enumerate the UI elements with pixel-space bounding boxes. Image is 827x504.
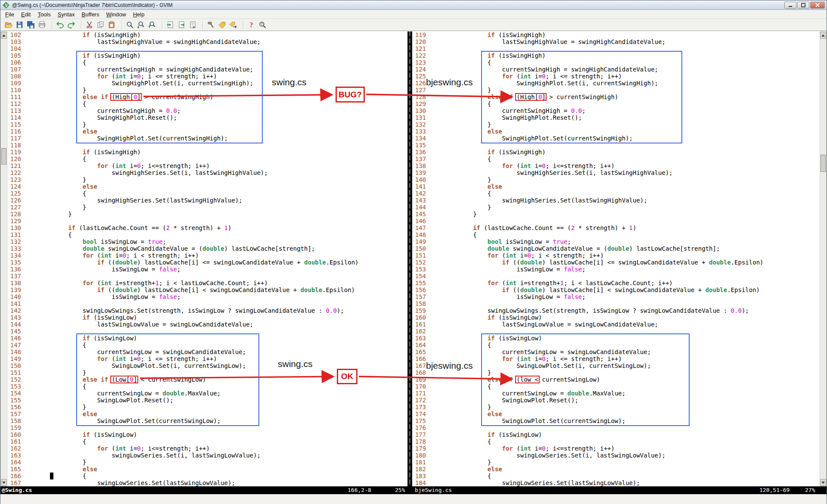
code-line[interactable]: 148 {	[412, 231, 820, 238]
left-scrollbar-thumb[interactable]	[1, 148, 6, 165]
menu-tools[interactable]: Tools	[34, 10, 54, 19]
code-line[interactable]: 163 swingLowSeries.Set(i, lastSwingLowVa…	[7, 452, 407, 459]
code-line[interactable]: 131 {	[7, 231, 407, 238]
code-line[interactable]: 115 }	[7, 121, 407, 128]
code-line[interactable]: 127 }	[7, 204, 407, 211]
code-line[interactable]: 177 if (isSwingLow)	[412, 431, 820, 438]
code-line[interactable]: 167 SwingLowPlot.Set(i, currentSwingLow)…	[412, 362, 820, 369]
code-line[interactable]: 181 }	[412, 459, 820, 466]
code-line[interactable]: 162 for (int i=0; i<=strength; i++)	[7, 445, 407, 452]
code-line[interactable]: 127 }	[412, 87, 820, 93]
code-line[interactable]: 121	[412, 45, 820, 52]
toolbar-save-session-button[interactable]	[176, 20, 187, 30]
code-line[interactable]: 178 {	[412, 438, 820, 445]
code-line[interactable]: 147 {	[7, 342, 407, 348]
code-line[interactable]: 176	[412, 424, 820, 431]
code-line[interactable]: 136 isSwingLow = false;	[7, 266, 407, 273]
code-line[interactable]: 103 lastSwingHighValue = swingHighCandid…	[7, 38, 407, 45]
code-line[interactable]: 109 SwingHighPlot.Set(i, currentSwingHig…	[7, 80, 407, 87]
code-line[interactable]: 175 SwingLowPlot.Set(currentSwingLow);	[412, 417, 820, 424]
menu-edit[interactable]: Edit	[18, 10, 34, 19]
code-line[interactable]: 129 {	[412, 100, 820, 107]
code-line[interactable]: 138 for (int i=strength+1; i < lastLowCa…	[7, 280, 407, 286]
code-line[interactable]: 104	[7, 45, 407, 52]
code-line[interactable]: 149 for (int i=0; i <= strength; i++)	[7, 355, 407, 362]
toolbar-save-button[interactable]	[14, 20, 25, 30]
code-line[interactable]: 137 {	[412, 156, 820, 162]
code-line[interactable]: 121 for (int i=0; i<=strength; i++)	[7, 162, 407, 169]
code-line[interactable]: 140 }	[412, 176, 820, 183]
scroll-down-arrow-icon[interactable]	[1, 479, 7, 486]
code-line[interactable]: 152 if ((double) lastLowCache[i] <= swin…	[412, 259, 820, 266]
toolbar-run-script-button[interactable]	[187, 20, 198, 30]
menu-window[interactable]: Window	[103, 10, 129, 19]
code-line[interactable]: 157 else	[7, 411, 407, 417]
code-line[interactable]: 171 currentSwingLow = double.MaxValue;	[412, 390, 820, 397]
scroll-up-arrow-icon[interactable]	[820, 32, 826, 39]
code-line[interactable]: 166 for (int i=0; i <= strength; i++)	[412, 355, 820, 362]
vertical-split-divider[interactable]	[407, 31, 412, 486]
code-line[interactable]: 149 bool isSwingLow = true;	[412, 238, 820, 245]
code-line[interactable]: 142 {	[412, 190, 820, 197]
code-line[interactable]: 124 else	[7, 183, 407, 190]
menu-syntax[interactable]: Syntax	[54, 10, 78, 19]
toolbar-redo-button[interactable]	[65, 20, 77, 30]
code-line[interactable]: 114 SwingHighPlot.Reset();	[7, 114, 407, 121]
code-line[interactable]: 165 else	[7, 466, 407, 473]
code-line[interactable]: 118	[7, 142, 407, 149]
left-editor-pane[interactable]: 102 if (isSwingHigh)103 lastSwingHighVal…	[7, 31, 407, 486]
toolbar-build-tags-button[interactable]	[216, 20, 227, 30]
code-line[interactable]: 126 SwingHighPlot.Set(i, currentSwingHig…	[412, 80, 820, 87]
code-line[interactable]: 141 else	[412, 183, 820, 190]
code-line[interactable]: 162	[412, 328, 820, 335]
code-line[interactable]: 174 else	[412, 411, 820, 417]
code-line[interactable]: 113 currentSwingHigh = 0.0;	[7, 107, 407, 114]
code-line[interactable]: 155 SwingLowPlot.Reset();	[7, 397, 407, 404]
code-line[interactable]: 139 swingHighSeries.Set(i, lastSwingHigh…	[412, 169, 820, 176]
code-line[interactable]: 152 else if (Low[0] < currentSwingLow)	[7, 376, 407, 383]
code-line[interactable]: 180 swingLowSeries.Set(i, lastSwingLowVa…	[412, 452, 820, 459]
code-line[interactable]: 138 for (int i=0; i<=strength; i++)	[412, 162, 820, 169]
code-line[interactable]: 123 {	[412, 59, 820, 66]
code-line[interactable]: 140 isSwingLow = false;	[7, 293, 407, 300]
code-line[interactable]: 157 isSwingLow = false;	[412, 293, 820, 300]
code-line[interactable]: 163 if (isSwingLow)	[412, 335, 820, 342]
code-line[interactable]: 182 else	[412, 466, 820, 473]
code-line[interactable]: 108 for (int i=0; i <= strength; i++)	[7, 73, 407, 80]
code-line[interactable]: 143 if (isSwingLow)	[7, 314, 407, 321]
code-line[interactable]: 150 double swingLowCandidateValue = (dou…	[412, 245, 820, 252]
code-line[interactable]: 141	[7, 300, 407, 307]
code-line[interactable]: 164 {	[412, 342, 820, 348]
code-line[interactable]: 144 lastSwingLowValue = swingLowCandidat…	[7, 321, 407, 328]
code-line[interactable]: 151 }	[7, 369, 407, 376]
code-line[interactable]: 155 for (int i=strength+1; i < lastLowCa…	[412, 280, 820, 286]
code-line[interactable]: 159	[7, 424, 407, 431]
code-line[interactable]: 161 {	[7, 438, 407, 445]
code-line[interactable]: 173 }	[412, 404, 820, 411]
code-line[interactable]: 169 else if (low < currentSwingLow)	[412, 376, 820, 383]
code-line[interactable]: 111 else if (High[0] > currentSwingHigh)	[7, 93, 407, 100]
code-line[interactable]: 129	[7, 218, 407, 224]
code-line[interactable]: 106 {	[7, 59, 407, 66]
code-line[interactable]: 142 swingLowSwings.Set(strength, isSwing…	[7, 307, 407, 314]
code-line[interactable]: 147 if (lastLowCache.Count == (2 * stren…	[412, 224, 820, 231]
close-button[interactable]	[810, 2, 825, 9]
code-line[interactable]: 124 currentSwingHigh = swingHighCandidat…	[412, 66, 820, 73]
code-line[interactable]: 123 }	[7, 176, 407, 183]
code-line[interactable]: 102 if (isSwingHigh)	[7, 31, 407, 38]
menu-file[interactable]: File	[2, 10, 18, 19]
toolbar-paste-button[interactable]	[106, 20, 117, 30]
code-line[interactable]: 150 SwingLowPlot.Set(i, currentSwingLow)…	[7, 362, 407, 369]
left-scrollbar[interactable]	[0, 31, 7, 486]
code-line[interactable]: 136 if (isSwingHigh)	[412, 149, 820, 156]
toolbar-tag-jump-button[interactable]	[227, 20, 239, 30]
toolbar-open-button[interactable]	[3, 20, 14, 30]
code-line[interactable]: 139 if ((double) lastLowCache[i] < swing…	[7, 286, 407, 293]
menu-buffers[interactable]: Buffers	[78, 10, 103, 19]
scroll-up-arrow-icon[interactable]	[1, 32, 7, 39]
code-line[interactable]: 165 currentSwingLow = swingLowCandidateV…	[412, 348, 820, 355]
code-line[interactable]: 122 if (isSwingHigh)	[412, 52, 820, 59]
code-line[interactable]: 170 {	[412, 383, 820, 390]
code-line[interactable]: 156 if ((double) lastLowCache[i] < swing…	[412, 286, 820, 293]
code-line[interactable]: 128 }	[7, 211, 407, 218]
